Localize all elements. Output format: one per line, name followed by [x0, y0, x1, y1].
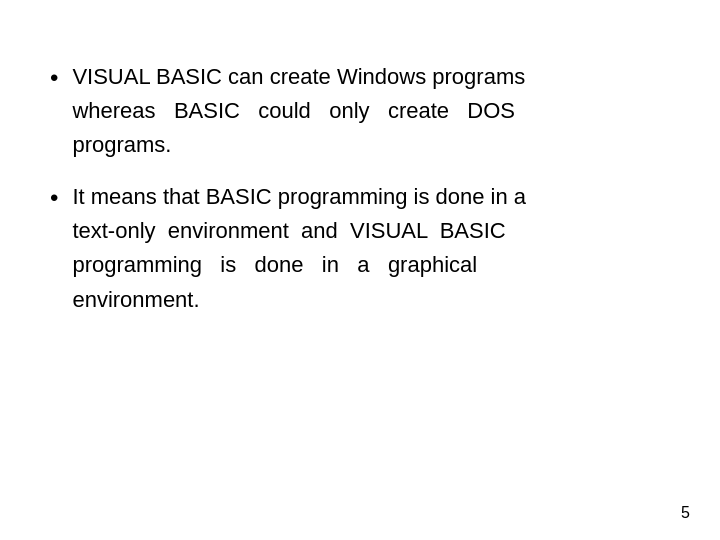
page-number: 5: [681, 504, 690, 522]
bullet-dot-2: •: [50, 180, 58, 216]
bullet-dot-1: •: [50, 60, 58, 96]
bullet-list: • VISUAL BASIC can create Windows progra…: [50, 60, 670, 317]
slide-container: • VISUAL BASIC can create Windows progra…: [0, 0, 720, 540]
bullet-text-2: It means that BASIC programming is done …: [72, 180, 526, 316]
bullet-text-1: VISUAL BASIC can create Windows programs…: [72, 60, 525, 162]
list-item: • VISUAL BASIC can create Windows progra…: [50, 60, 670, 162]
list-item: • It means that BASIC programming is don…: [50, 180, 670, 316]
